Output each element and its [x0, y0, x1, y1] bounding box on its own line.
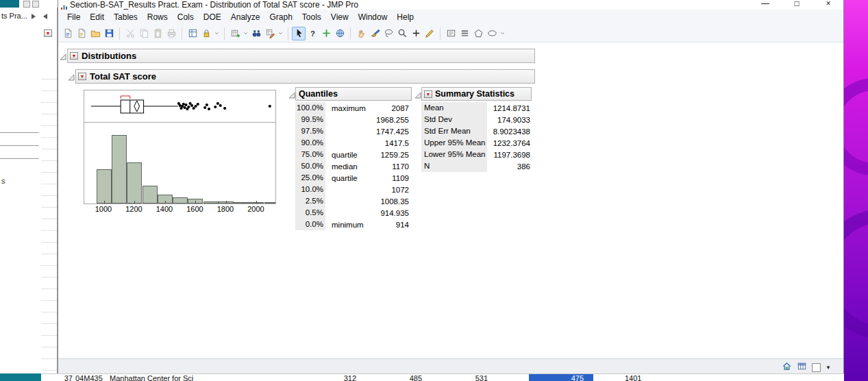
background-table-cell: 475: [563, 375, 584, 381]
quantile-label: median: [325, 162, 365, 171]
crosshair-plus-icon[interactable]: [319, 27, 333, 40]
panel-expand-icon[interactable]: [32, 14, 36, 19]
menu-file[interactable]: File: [62, 11, 85, 23]
new-script-icon[interactable]: [75, 27, 88, 40]
histogram-bar[interactable]: [127, 162, 142, 204]
quantile-label: minimum: [325, 221, 365, 229]
help-icon[interactable]: ?: [306, 27, 319, 40]
lock-icon[interactable]: [199, 27, 213, 40]
checkbox-icon[interactable]: [812, 363, 821, 372]
axis-tick: [195, 201, 196, 204]
x-axis-label: 2000: [245, 205, 266, 213]
menu-rows[interactable]: Rows: [142, 11, 173, 23]
menu-view[interactable]: View: [326, 11, 354, 23]
background-table-cell: 312: [336, 375, 356, 381]
menu-analyze[interactable]: Analyze: [226, 11, 265, 23]
home-window-icon[interactable]: [782, 361, 792, 374]
hand-icon[interactable]: [354, 27, 368, 40]
outline-header-distributions[interactable]: ▼ Distributions: [67, 49, 535, 63]
quantiles-header[interactable]: Quantiles: [295, 87, 412, 101]
menu-window[interactable]: Window: [354, 11, 393, 23]
globe-icon[interactable]: [333, 27, 347, 40]
outline-disclosure-icon[interactable]: [68, 71, 75, 78]
background-window-button-icon[interactable]: [32, 1, 39, 8]
menu-graph[interactable]: Graph: [264, 11, 297, 23]
caret-icon[interactable]: [213, 27, 221, 40]
wallpaper-circles-decoration: [844, 0, 868, 381]
print-icon[interactable]: [164, 27, 178, 40]
background-tab-label[interactable]: ts Pra...: [1, 12, 27, 20]
textbox-icon[interactable]: [444, 27, 458, 40]
brush-icon[interactable]: [368, 27, 382, 40]
outlier-box-plot[interactable]: [84, 90, 276, 123]
plus-icon[interactable]: [409, 27, 423, 40]
oval-icon[interactable]: [485, 27, 499, 40]
menu-cols[interactable]: Cols: [173, 11, 199, 23]
open-icon[interactable]: [88, 27, 102, 40]
summary-value: 8.9023438: [487, 127, 532, 136]
background-window-titlebar-fragment: [19, 0, 58, 8]
new-journal-icon[interactable]: [61, 27, 75, 40]
caret-icon[interactable]: [499, 27, 506, 40]
quantile-row: 50.0%median1170: [295, 160, 412, 172]
maximize-button[interactable]: □: [787, 0, 806, 8]
background-data-table-row: 3704M435Manhattan Center for Sci31248553…: [41, 373, 844, 381]
histogram-bar[interactable]: [173, 197, 188, 204]
table-pencil-icon[interactable]: [263, 27, 277, 40]
save-icon[interactable]: [102, 27, 116, 40]
histogram[interactable]: [84, 122, 276, 204]
binoculars-icon[interactable]: [249, 27, 263, 40]
copy-icon[interactable]: [137, 27, 151, 40]
histogram-bar[interactable]: [203, 201, 219, 204]
menu-tools[interactable]: Tools: [297, 11, 326, 23]
paste-icon[interactable]: [151, 27, 164, 40]
background-window-button-icon[interactable]: [23, 1, 30, 8]
quantile-row: 90.0%1417.5: [295, 137, 412, 149]
histogram-bar[interactable]: [97, 169, 112, 204]
journal-grid-icon[interactable]: [186, 27, 199, 40]
summary-statistics-header[interactable]: ▼ Summary Statistics: [421, 87, 532, 101]
panel-collapse-icon[interactable]: [43, 14, 47, 19]
axis-tick: [165, 201, 166, 204]
cut-icon[interactable]: [123, 27, 137, 40]
histogram-bar[interactable]: [264, 202, 277, 204]
outline-disclosure-icon[interactable]: [60, 51, 66, 58]
menu-help[interactable]: Help: [392, 11, 419, 23]
menu-tables[interactable]: Tables: [109, 11, 142, 23]
caret-icon[interactable]: [242, 27, 249, 40]
menu-edit[interactable]: Edit: [85, 11, 109, 23]
x-axis[interactable]: 100012001400160018002000: [84, 205, 275, 214]
arrow-cursor-icon[interactable]: [292, 27, 306, 40]
outline-disclosure-icon[interactable]: [288, 89, 295, 96]
dropdown-caret-icon[interactable]: ▼: [826, 365, 831, 371]
red-triangle-menu-button[interactable]: ▼: [78, 73, 86, 80]
polygon-icon[interactable]: [471, 27, 485, 40]
red-triangle-menu-button[interactable]: ▼: [70, 52, 78, 60]
quantile-value: 1747.425: [365, 127, 412, 136]
histogram-bar[interactable]: [142, 186, 158, 204]
red-triangle-menu-button[interactable]: ▼: [424, 90, 432, 98]
histogram-bar[interactable]: [234, 202, 249, 204]
outline-header-total-sat-score[interactable]: ▼ Total SAT score: [75, 69, 535, 84]
lasso-icon[interactable]: [382, 27, 395, 40]
quantile-value: 1109: [365, 174, 412, 182]
red-triangle-menu-button[interactable]: ▼: [44, 29, 52, 37]
quantile-row: 99.5%1968.255: [295, 114, 412, 125]
new-data-table-icon[interactable]: [228, 27, 242, 40]
panel-title: Summary Statistics: [435, 89, 514, 99]
quantile-row: 25.0%quartile1109: [295, 172, 412, 184]
pencil-line-icon[interactable]: [423, 27, 436, 40]
magnifier-icon[interactable]: [395, 27, 409, 40]
minimize-button[interactable]: —: [756, 0, 775, 8]
menu-doe[interactable]: DOE: [199, 11, 226, 23]
summary-label: Upper 95% Mean: [421, 137, 487, 149]
caret-icon[interactable]: [277, 27, 284, 40]
status-icons: ▼: [782, 361, 831, 374]
list-icon[interactable]: [458, 27, 471, 40]
close-button[interactable]: ×: [819, 0, 838, 8]
title-bar[interactable]: Section-B-SAT_Results Pract. Exam - Dist…: [58, 0, 843, 10]
data-grid-icon[interactable]: [797, 361, 807, 374]
summary-row: Std Dev174.9033: [421, 114, 532, 125]
outline-disclosure-icon[interactable]: [414, 89, 421, 96]
histogram-bar[interactable]: [112, 135, 127, 204]
